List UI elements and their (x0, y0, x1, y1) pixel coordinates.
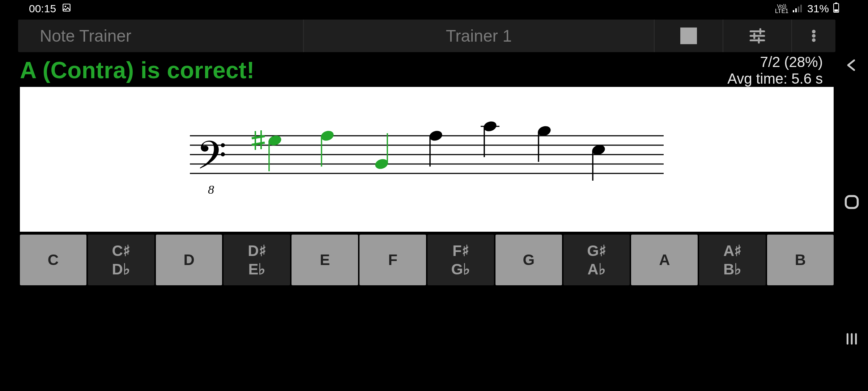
android-status-bar: 00:15 Vo))LTE1 31% (0, 0, 868, 17)
network-badge: Vo))LTE1 (775, 4, 788, 14)
score-stats: 7/2 (28%) Avg time: 5.6 s (727, 54, 834, 87)
image-icon (62, 3, 71, 15)
note-key-d[interactable]: D (156, 235, 222, 285)
note-key-label: B (795, 251, 806, 269)
note-key-label: D (183, 251, 194, 269)
svg-rect-9 (846, 196, 858, 208)
note-key-e[interactable]: E (292, 235, 358, 285)
note-key-label: C♯ (112, 242, 130, 260)
note-key-label: A♯ (723, 242, 741, 260)
note-key-label: E (320, 251, 330, 269)
overflow-menu-button[interactable] (792, 20, 835, 52)
note-key-f-sharp[interactable]: F♯G♭ (427, 235, 494, 285)
note-key-label: G (523, 251, 535, 269)
nav-back-icon[interactable] (844, 58, 859, 74)
note-key-label-alt: E♭ (248, 260, 265, 278)
system-nav-bar (835, 0, 868, 391)
nav-recents-icon[interactable] (844, 332, 859, 348)
note-key-label: F♯ (452, 242, 469, 260)
svg-line-32 (252, 143, 265, 145)
score-ratio: 7/2 (28%) (727, 54, 823, 70)
note-key-row: CC♯D♭DD♯E♭EFF♯G♭GG♯A♭AA♯B♭B (20, 235, 834, 285)
svg-rect-4 (798, 7, 799, 12)
note-key-label-alt: D♭ (112, 260, 130, 278)
note-key-label: F (388, 251, 397, 269)
note-key-c[interactable]: C (20, 235, 86, 285)
music-staff: 𝄢8 (20, 87, 834, 232)
svg-text:𝄢: 𝄢 (196, 134, 227, 186)
svg-point-20 (812, 34, 815, 37)
app-title: Note Trainer (18, 20, 304, 52)
note-key-f[interactable]: F (359, 235, 426, 285)
note-key-label: G♯ (587, 242, 606, 260)
note-key-g[interactable]: G (495, 235, 562, 285)
note-key-c-sharp[interactable]: C♯D♭ (88, 235, 154, 285)
svg-line-31 (252, 136, 265, 138)
note-key-g-sharp[interactable]: G♯A♭ (563, 235, 630, 285)
note-key-b[interactable]: B (767, 235, 834, 285)
avg-time: Avg time: 5.6 s (727, 70, 823, 87)
note-key-a-sharp[interactable]: A♯B♭ (699, 235, 766, 285)
note-key-label-alt: A♭ (587, 260, 605, 278)
sliders-icon (748, 27, 766, 45)
note-key-d-sharp[interactable]: D♯E♭ (224, 235, 290, 285)
svg-rect-2 (793, 10, 794, 12)
app-header: Note Trainer Trainer 1 (18, 20, 835, 52)
status-row: A (Contra) is correct! 7/2 (28%) Avg tim… (20, 54, 834, 87)
staff-svg: 𝄢8 (20, 87, 834, 232)
stop-button[interactable] (655, 20, 723, 52)
nav-home-icon[interactable] (844, 194, 860, 211)
stop-icon (680, 28, 697, 44)
session-title: Trainer 1 (304, 20, 655, 52)
battery-percentage: 31% (807, 3, 829, 15)
feedback-message: A (Contra) is correct! (20, 57, 255, 84)
more-vert-icon (807, 27, 821, 45)
status-time: 00:15 (29, 3, 56, 15)
signal-icon (793, 3, 803, 15)
note-key-label: D♯ (248, 242, 266, 260)
svg-point-1 (65, 6, 66, 7)
svg-rect-5 (800, 5, 802, 12)
settings-sliders-button[interactable] (723, 20, 792, 52)
svg-rect-3 (795, 8, 797, 12)
note-key-label-alt: G♭ (451, 260, 471, 278)
note-key-label: A (659, 251, 670, 269)
svg-rect-0 (63, 4, 70, 11)
svg-point-19 (812, 30, 815, 33)
note-key-a[interactable]: A (631, 235, 698, 285)
note-key-label: C (48, 251, 59, 269)
svg-point-21 (812, 39, 815, 42)
note-key-label-alt: B♭ (723, 260, 741, 278)
svg-text:8: 8 (208, 183, 214, 196)
